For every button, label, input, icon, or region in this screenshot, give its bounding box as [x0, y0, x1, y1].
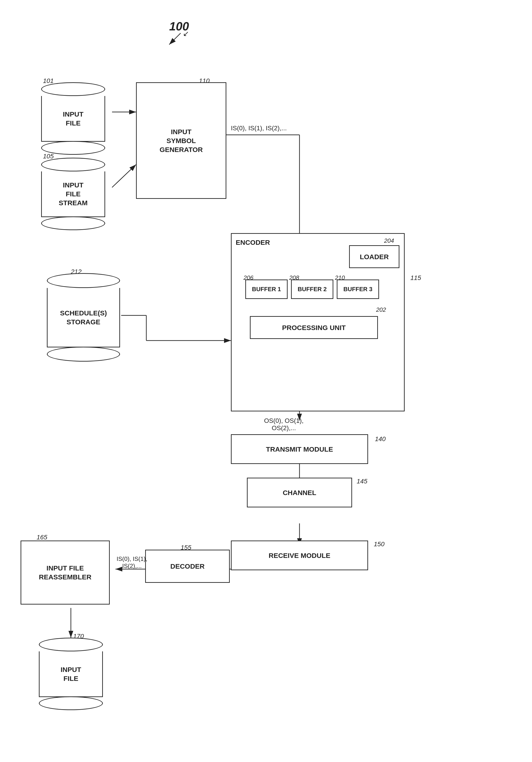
buffer2-label: BUFFER 2 — [298, 285, 327, 293]
processing-unit: PROCESSING UNIT — [250, 316, 378, 339]
loader-label: LOADER — [360, 252, 389, 261]
ref-100-arrow: ↙ — [183, 29, 189, 38]
encoder-label: ENCODER — [236, 238, 270, 247]
ref-170: 170 — [73, 633, 84, 640]
buffer1-label: BUFFER 1 — [252, 285, 281, 293]
channel-label: CHANNEL — [283, 488, 316, 497]
ref-212: 212 — [71, 268, 82, 275]
ref-150: 150 — [374, 541, 385, 548]
buffer1: BUFFER 1 — [245, 279, 288, 299]
svg-line-3 — [112, 165, 136, 188]
decoder: DECODER — [145, 550, 230, 583]
is-signal-bottom: IS(0), IS(1),IS(2),... — [116, 555, 147, 570]
input-file-1-label: INPUTFILE — [63, 110, 83, 127]
ref-206: 206 — [244, 274, 253, 281]
input-file-2: INPUTFILE — [37, 638, 105, 710]
input-file-1: INPUTFILE — [39, 82, 108, 155]
channel: CHANNEL — [247, 478, 352, 507]
schedule-storage: SCHEDULE(S)STORAGE — [44, 273, 122, 361]
decoder-label: DECODER — [170, 562, 205, 571]
processing-unit-label: PROCESSING UNIT — [282, 323, 346, 332]
buffer3-label: BUFFER 3 — [343, 285, 372, 293]
ref-210: 210 — [335, 274, 345, 281]
encoder: ENCODER LOADER BUFFER 1 BUFFER 2 BUFFER … — [231, 233, 405, 412]
ref-105: 105 — [43, 153, 54, 160]
ref-208: 208 — [289, 274, 299, 281]
ref-101: 101 — [43, 77, 54, 85]
ref-165: 165 — [37, 534, 47, 541]
ref-110: 110 — [199, 77, 210, 85]
ref-140: 140 — [375, 435, 386, 443]
buffer2: BUFFER 2 — [291, 279, 333, 299]
svg-line-1 — [169, 33, 181, 44]
loader: LOADER — [349, 245, 399, 268]
input-file-2-label: INPUTFILE — [61, 665, 81, 683]
input-file-reassembler: INPUT FILEREASSEMBLER — [21, 541, 110, 605]
ref-155: 155 — [181, 544, 191, 551]
ref-145: 145 — [357, 478, 367, 485]
ref-204: 204 — [384, 237, 394, 244]
schedule-storage-label: SCHEDULE(S)STORAGE — [60, 309, 107, 326]
ref-115: 115 — [411, 274, 421, 281]
input-file-stream: INPUTFILESTREAM — [39, 158, 108, 230]
buffer3: BUFFER 3 — [337, 279, 379, 299]
input-file-stream-label: INPUTFILESTREAM — [59, 181, 88, 207]
input-symbol-gen-label: INPUTSYMBOLGENERATOR — [160, 127, 203, 154]
os-signal: OS(0), OS(1),OS(2),... — [264, 417, 304, 432]
input-symbol-generator: INPUTSYMBOLGENERATOR — [136, 82, 226, 199]
ref-202: 202 — [376, 306, 386, 313]
receive-module-label: RECEIVE MODULE — [268, 551, 330, 560]
is-signal-top: IS(0), IS(1), IS(2),... — [231, 124, 287, 132]
reassembler-label: INPUT FILEREASSEMBLER — [39, 564, 92, 581]
receive-module: RECEIVE MODULE — [231, 541, 368, 570]
transmit-module: TRANSMIT MODULE — [231, 434, 368, 464]
transmit-module-label: TRANSMIT MODULE — [266, 445, 333, 454]
